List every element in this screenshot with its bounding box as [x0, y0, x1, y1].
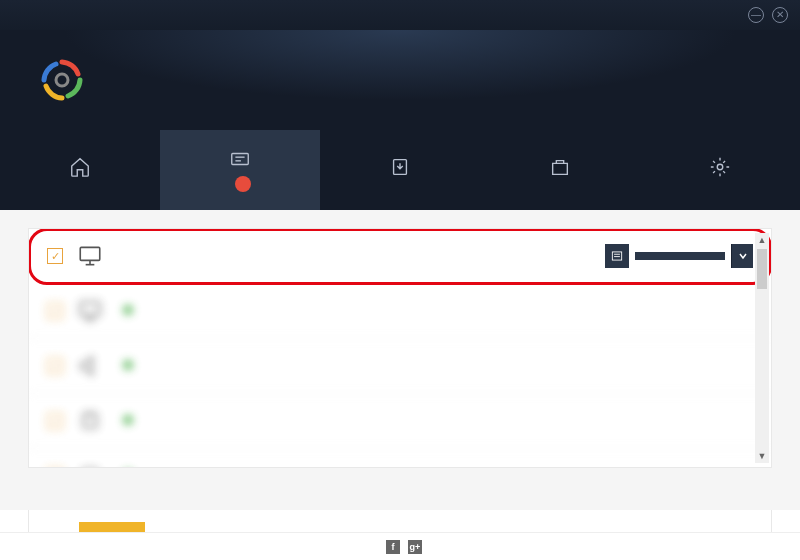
nav-backup[interactable] [320, 130, 480, 210]
driver-row[interactable]: ✓ [29, 449, 771, 468]
ok-dot-icon [123, 415, 133, 425]
driver-row[interactable]: ✓ [29, 284, 771, 339]
close-button[interactable]: ✕ [772, 7, 788, 23]
svg-rect-15 [84, 415, 97, 428]
driver-row-highlighted[interactable]: ✓ [29, 229, 771, 284]
svg-point-0 [56, 74, 68, 86]
monitor-icon [77, 298, 103, 324]
update-button[interactable] [635, 252, 725, 260]
driver-row[interactable]: ✓ [29, 394, 771, 449]
title-bar: — ✕ [0, 0, 800, 30]
scroll-down[interactable]: ▼ [755, 449, 769, 463]
app-header [0, 30, 800, 130]
driver-name [117, 303, 753, 318]
driver-row[interactable]: ✓ [29, 339, 771, 394]
svg-point-5 [717, 164, 723, 170]
row-checkbox[interactable]: ✓ [47, 358, 63, 374]
logo [40, 58, 96, 102]
row-checkbox[interactable]: ✓ [47, 248, 63, 264]
driver-name [117, 413, 753, 428]
chip-icon [77, 408, 103, 434]
scroll-up[interactable]: ▲ [755, 233, 769, 247]
driver-name [117, 468, 753, 469]
main-nav [0, 130, 800, 210]
svg-rect-1 [232, 154, 249, 165]
svg-rect-6 [80, 247, 100, 260]
content-area: ✓ ✓ ✓ [0, 210, 800, 510]
nav-settings[interactable] [640, 130, 800, 210]
nav-driver-updates[interactable] [160, 130, 320, 210]
update-dropdown[interactable] [731, 244, 753, 268]
ok-dot-icon [123, 360, 133, 370]
audio-icon [77, 353, 103, 379]
restore-icon [549, 156, 571, 178]
footer: f g+ [0, 532, 800, 560]
ok-dot-icon [123, 305, 133, 315]
scroll-thumb[interactable] [757, 249, 767, 289]
row-checkbox[interactable]: ✓ [47, 303, 63, 319]
row-checkbox[interactable]: ✓ [47, 413, 63, 429]
gplus-icon[interactable]: g+ [408, 540, 422, 554]
driver-list: ✓ ✓ ✓ [28, 228, 772, 468]
monitor-icon [77, 243, 103, 269]
driver-name [117, 358, 753, 373]
home-icon [69, 156, 91, 178]
svg-rect-12 [80, 302, 100, 315]
updates-icon [229, 148, 251, 170]
backup-icon [389, 156, 411, 178]
details-button[interactable] [605, 244, 629, 268]
minimize-button[interactable]: — [748, 7, 764, 23]
scrollbar[interactable]: ▲ ▼ [755, 233, 769, 463]
settings-icon [709, 156, 731, 178]
logo-icon [40, 58, 84, 102]
chip-icon [77, 463, 103, 468]
nav-home[interactable] [0, 130, 160, 210]
svg-rect-9 [612, 252, 621, 260]
nav-restore[interactable] [480, 130, 640, 210]
facebook-icon[interactable]: f [386, 540, 400, 554]
updates-badge [235, 176, 251, 192]
